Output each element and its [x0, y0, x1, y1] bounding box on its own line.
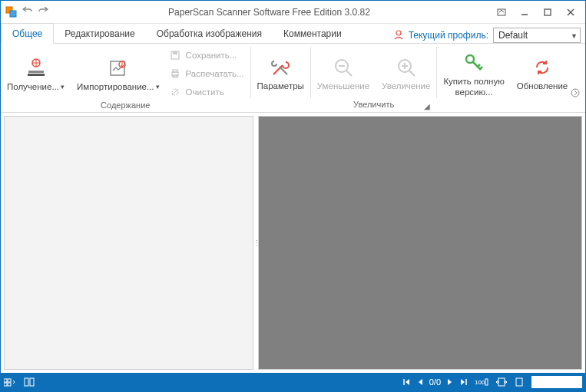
clear-button: Очистить	[169, 84, 244, 100]
layout-split-icon[interactable]	[24, 377, 36, 387]
tab-image-processing[interactable]: Обработка изображения	[146, 24, 273, 43]
window-title: PaperScan Scanner Software Free Edition …	[48, 7, 490, 18]
zoom-out-label: Уменьшение	[317, 81, 369, 91]
tab-editing[interactable]: Редактирование	[54, 24, 145, 43]
page-navigation: 0/0	[403, 377, 467, 387]
svg-rect-35	[8, 379, 11, 382]
ribbon-overflow-icon[interactable]	[570, 87, 581, 98]
svg-rect-1	[10, 11, 16, 17]
ribbon-group-misc: Купить полную версию... Обновление	[437, 44, 574, 112]
svg-rect-39	[30, 378, 34, 386]
zoom-input[interactable]	[531, 376, 582, 388]
zoom-out-icon	[331, 55, 356, 80]
print-button: Распечатать...	[169, 65, 244, 82]
zoom-out-button: Уменьшение	[311, 52, 376, 91]
ribbon-group-zoom: Уменьшение Увеличение Увеличить ◢	[311, 44, 437, 112]
maximize-button[interactable]	[536, 3, 559, 21]
acquire-label: Получение...	[7, 82, 59, 92]
svg-line-23	[346, 71, 352, 76]
update-label: Обновление	[517, 81, 568, 91]
svg-rect-4	[545, 9, 551, 15]
save-icon	[169, 49, 181, 61]
layout-thumbnails-icon[interactable]	[4, 377, 16, 387]
tools-icon	[268, 55, 293, 80]
zoom-in-label: Увеличение	[382, 81, 430, 91]
svg-rect-43	[485, 379, 488, 385]
acquire-button[interactable]: Получение...▾	[1, 53, 71, 92]
window-buttons	[490, 3, 582, 21]
import-label: Импортирование...	[77, 82, 154, 92]
fit-page-icon[interactable]	[515, 377, 524, 387]
thumbnail-pane[interactable]	[4, 116, 253, 370]
app-window: PaperScan Scanner Software Free Edition …	[0, 0, 586, 392]
options-label: Параметры	[257, 81, 304, 91]
buy-full-line2: версию...	[455, 87, 493, 97]
app-logo-icon	[5, 6, 18, 18]
profile-user-icon	[393, 29, 404, 42]
import-icon	[106, 56, 131, 81]
page-counter: 0/0	[429, 377, 441, 387]
ribbon-toggle-icon[interactable]	[490, 3, 513, 21]
options-button[interactable]: Параметры	[251, 52, 310, 91]
dialog-launcher-icon[interactable]: ◢	[424, 102, 433, 111]
small-buttons-column: Сохранить... Распечатать... Очистить	[166, 44, 250, 100]
last-page-icon[interactable]	[459, 378, 467, 386]
status-bar: 0/0 100	[1, 373, 585, 391]
svg-point-7	[396, 31, 401, 35]
profile-label: Текущий профиль:	[409, 30, 488, 41]
svg-rect-34	[4, 379, 7, 382]
chevron-down-icon: ▾	[156, 82, 160, 92]
svg-rect-37	[8, 383, 11, 386]
zoom-100-icon[interactable]: 100	[475, 377, 488, 387]
svg-rect-36	[4, 383, 7, 386]
svg-line-32	[480, 67, 482, 69]
ribbon-group-content: Получение...▾ Импортирование...▾ Сохрани…	[1, 44, 250, 112]
svg-rect-11	[28, 71, 44, 73]
profile-selector: Текущий профиль: Default ▼	[393, 28, 585, 43]
ribbon-group-options: Параметры	[251, 44, 310, 112]
preview-pane[interactable]	[258, 116, 582, 370]
group-label-zoom: Увеличить	[311, 100, 437, 112]
redo-icon[interactable]	[38, 5, 48, 18]
chevron-down-icon: ▼	[571, 32, 578, 40]
profile-value: Default	[498, 30, 528, 41]
svg-rect-44	[498, 378, 505, 386]
ribbon-tabs: Общее Редактирование Обработка изображен…	[1, 24, 585, 44]
svg-rect-16	[173, 51, 177, 54]
close-button[interactable]	[559, 3, 582, 21]
main-area: ⋮	[1, 113, 585, 373]
tab-general[interactable]: Общее	[1, 23, 54, 44]
buy-full-version-button[interactable]: Купить полную версию...	[437, 48, 510, 97]
group-label-content: Содержание	[1, 100, 250, 112]
save-button: Сохранить...	[169, 47, 244, 64]
svg-point-33	[571, 89, 579, 97]
minimize-button[interactable]	[513, 3, 536, 21]
svg-line-26	[409, 71, 415, 76]
title-bar: PaperScan Scanner Software Free Edition …	[1, 1, 585, 24]
ribbon: Получение...▾ Импортирование...▾ Сохрани…	[1, 44, 585, 113]
chevron-down-icon: ▾	[61, 82, 65, 92]
print-icon	[169, 68, 181, 80]
svg-rect-12	[28, 74, 45, 76]
update-button[interactable]: Обновление	[511, 52, 574, 91]
profile-dropdown[interactable]: Default ▼	[493, 28, 581, 43]
zoom-in-button: Увеличение	[376, 52, 436, 91]
undo-icon[interactable]	[22, 5, 33, 18]
key-icon	[462, 51, 486, 75]
svg-rect-18	[173, 70, 177, 72]
fit-width-icon[interactable]	[496, 377, 507, 387]
refresh-icon	[530, 55, 555, 80]
svg-line-31	[478, 64, 480, 67]
svg-rect-38	[25, 378, 28, 386]
buy-full-line1: Купить полную	[443, 77, 504, 86]
first-page-icon[interactable]	[403, 378, 411, 386]
clear-icon	[169, 86, 181, 98]
tab-comments[interactable]: Комментарии	[273, 24, 353, 43]
svg-text:100: 100	[475, 379, 485, 386]
scanner-icon	[24, 56, 48, 81]
prev-page-icon[interactable]	[417, 378, 423, 386]
import-button[interactable]: Импортирование...▾	[71, 53, 166, 92]
zoom-in-icon	[394, 55, 419, 80]
next-page-icon[interactable]	[447, 378, 453, 386]
quick-access-toolbar	[5, 5, 48, 18]
